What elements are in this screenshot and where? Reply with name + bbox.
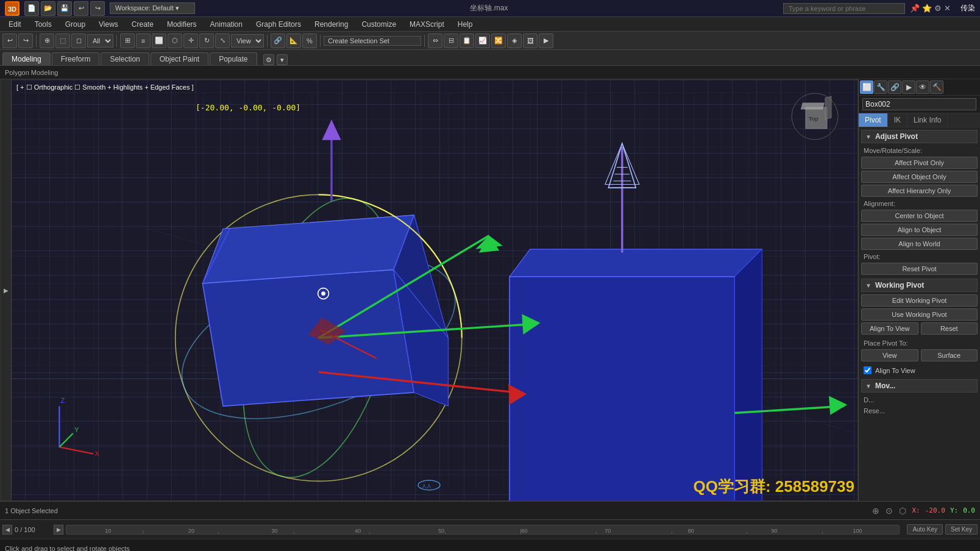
workspace-dropdown[interactable]: Workspace: Default ▾: [110, 2, 195, 14]
rotate-btn[interactable]: ↻: [199, 34, 214, 48]
svg-rect-4: [801, 103, 824, 109]
object-name-input[interactable]: [862, 98, 976, 110]
align-to-world-btn[interactable]: Align to World: [861, 238, 978, 250]
menu-customize[interactable]: Customize: [355, 19, 402, 30]
fence-select-btn[interactable]: ⬡: [168, 34, 182, 48]
undo-btn[interactable]: ↩: [74, 1, 88, 16]
select-btn[interactable]: ⊕: [40, 34, 54, 48]
affect-hierarchy-only-btn[interactable]: Affect Hierarchy Only: [861, 185, 978, 197]
tab-menu[interactable]: ▾: [277, 54, 288, 65]
surface-btn[interactable]: Surface: [921, 349, 978, 361]
affect-object-only-btn[interactable]: Affect Object Only: [861, 171, 978, 183]
menu-views[interactable]: Views: [93, 19, 124, 30]
edit-working-pivot-btn[interactable]: Edit Working Pivot: [861, 294, 978, 307]
menu-help[interactable]: Help: [452, 19, 479, 30]
menu-tools[interactable]: Tools: [29, 19, 58, 30]
tab-settings[interactable]: ⚙: [263, 54, 274, 65]
menu-maxscript[interactable]: MAXScript: [403, 19, 450, 30]
settings-icon[interactable]: ⚙: [934, 4, 942, 13]
scale-btn[interactable]: ⤡: [215, 34, 230, 48]
viewport[interactable]: ▶ [ + ☐ Orthographic ☐ Smooth + Highligh…: [0, 79, 858, 501]
select-region-btn[interactable]: ⬚: [55, 34, 70, 48]
new-btn[interactable]: 📄: [24, 1, 39, 16]
auto-key-btn[interactable]: Auto Key: [907, 524, 943, 535]
angle-snap[interactable]: 📐: [286, 34, 301, 48]
hier-tab-pivot[interactable]: Pivot: [859, 113, 888, 127]
tab-selection[interactable]: Selection: [101, 52, 149, 65]
set-key-btn[interactable]: Set Key: [945, 524, 978, 535]
tab-freeform[interactable]: Freeform: [52, 52, 100, 65]
svg-rect-5: [825, 96, 831, 119]
render-btn[interactable]: ▶: [539, 34, 553, 48]
mirror-btn[interactable]: ⇔: [428, 34, 442, 48]
material-editor[interactable]: ◈: [507, 34, 522, 48]
panel-tab-hierarchy[interactable]: 🔗: [888, 80, 901, 94]
svg-text:Top: Top: [809, 116, 818, 122]
curve-editor[interactable]: 📈: [475, 34, 490, 48]
hier-tab-link-info[interactable]: Link Info: [907, 113, 948, 127]
redo-btn[interactable]: ↪: [90, 1, 105, 16]
redo-toolbar[interactable]: ↪: [18, 34, 33, 48]
center-to-object-btn[interactable]: Center to Object: [861, 210, 978, 222]
working-pivot-header[interactable]: ▼ Working Pivot: [861, 279, 978, 292]
adjust-pivot-header[interactable]: ▼ Adjust Pivot: [861, 130, 978, 143]
timeline-right-arrow[interactable]: ▶: [54, 525, 63, 535]
render-setup[interactable]: 🖼: [523, 34, 538, 48]
star-icon[interactable]: ⭐: [922, 4, 932, 13]
move-rotate-scale-label: Move/Rotate/Scale:: [861, 146, 978, 155]
timeline-track[interactable]: 10 20 30 40 50 60 70 80 90 100: [66, 525, 900, 535]
menu-edit[interactable]: Edit: [2, 19, 27, 30]
menu-rendering[interactable]: Rendering: [308, 19, 354, 30]
align-to-object-btn[interactable]: Align to Object: [861, 224, 978, 236]
schematic[interactable]: 🔀: [491, 34, 506, 48]
align-btn[interactable]: ⊟: [444, 34, 458, 48]
close-icon[interactable]: ✕: [944, 4, 951, 13]
panel-tab-motion[interactable]: ▶: [902, 80, 915, 94]
reset-working-pivot-btn[interactable]: Reset: [921, 322, 978, 335]
svg-marker-14: [202, 269, 414, 406]
menu-modifiers[interactable]: Modifiers: [161, 19, 203, 30]
menu-graph-editors[interactable]: Graph Editors: [250, 19, 307, 30]
view-btn[interactable]: View: [861, 349, 918, 361]
menu-group[interactable]: Group: [59, 19, 91, 30]
layer-mgr[interactable]: 📋: [460, 34, 474, 48]
hier-tab-ik[interactable]: IK: [888, 113, 907, 127]
save-btn[interactable]: 💾: [57, 1, 72, 16]
align-to-view-btn[interactable]: Align To View: [861, 322, 918, 335]
tab-populate[interactable]: Populate: [210, 52, 257, 65]
coord-x-value: -20.0: [925, 507, 945, 514]
snap-toggle[interactable]: 🔗: [271, 34, 285, 48]
tab-object-paint[interactable]: Object Paint: [151, 52, 208, 65]
nav-cube[interactable]: Top: [790, 92, 839, 143]
panel-tab-display[interactable]: ⬜: [860, 80, 873, 94]
panel-tab-display2[interactable]: 👁: [916, 80, 929, 94]
move-section-header[interactable]: ▼ Mov...: [861, 379, 978, 393]
polygon-modeling-label: Polygon Modeling: [5, 69, 58, 76]
menu-animation[interactable]: Animation: [204, 19, 249, 30]
timeline-left-arrow[interactable]: ◀: [2, 525, 12, 535]
filter-dropdown[interactable]: All: [87, 34, 113, 48]
percent-snap[interactable]: %: [302, 34, 317, 48]
undo-toolbar[interactable]: ↩: [2, 34, 17, 48]
window-cross-btn[interactable]: ◻: [71, 34, 86, 48]
play-button[interactable]: ▶: [1, 80, 12, 500]
create-selection-set[interactable]: Create Selection Set: [324, 36, 421, 46]
panel-tab-utilities[interactable]: 🔨: [930, 80, 943, 94]
right-panel: ⬜ 🔧 🔗 ▶ 👁 🔨 Pivot IK Link Info ▼ Adjust …: [858, 79, 980, 501]
search-input[interactable]: [783, 3, 905, 14]
panel-tab-modify[interactable]: 🔧: [874, 80, 887, 94]
use-working-pivot-btn[interactable]: Use Working Pivot: [861, 308, 978, 321]
view-dropdown[interactable]: View: [231, 34, 264, 48]
open-btn[interactable]: 📂: [41, 1, 55, 16]
reset-pivot-btn[interactable]: Reset Pivot: [861, 263, 978, 275]
affect-pivot-only-btn[interactable]: Affect Pivot Only: [861, 157, 978, 169]
rect-select-btn[interactable]: ⬜: [152, 34, 166, 48]
align-to-view-checkbox[interactable]: [864, 366, 872, 374]
select-name-btn[interactable]: ≡: [136, 34, 151, 48]
move-btn[interactable]: ✛: [183, 34, 198, 48]
pin-icon[interactable]: 📌: [910, 4, 920, 13]
tab-modeling[interactable]: Modeling: [2, 52, 51, 65]
svg-marker-22: [510, 249, 762, 277]
menu-create[interactable]: Create: [126, 19, 160, 30]
select-obj-btn[interactable]: ⊞: [120, 34, 135, 48]
